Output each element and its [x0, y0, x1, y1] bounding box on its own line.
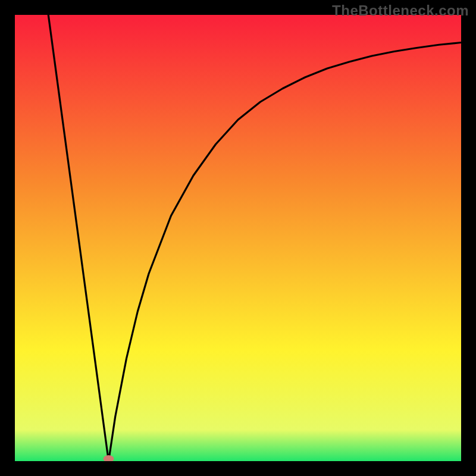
curve-layer	[15, 15, 461, 461]
plot-area	[15, 15, 461, 461]
watermark-text: TheBottleneck.com	[332, 2, 469, 19]
bottleneck-curve	[48, 15, 461, 461]
chart-container: TheBottleneck.com	[0, 0, 476, 476]
minimum-marker	[104, 455, 114, 461]
